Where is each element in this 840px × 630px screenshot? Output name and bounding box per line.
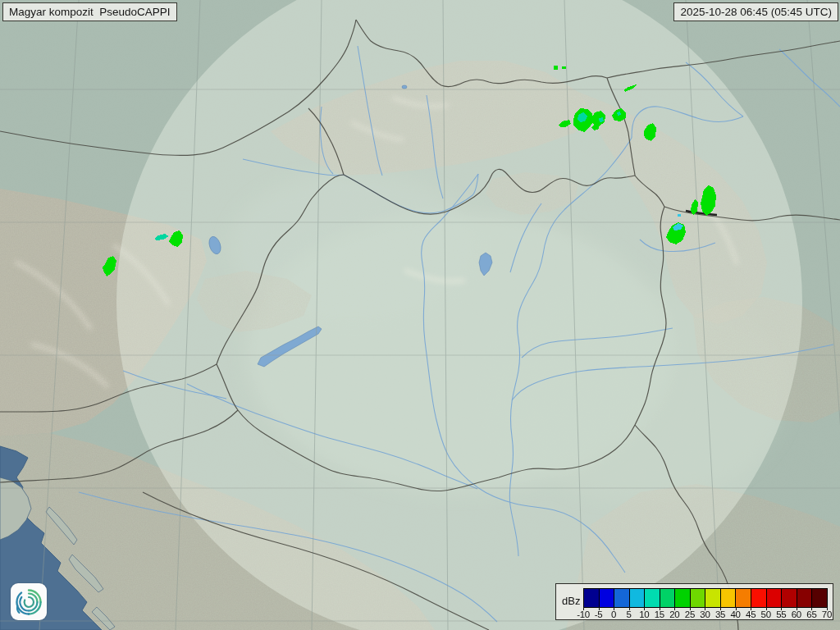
product-title: Magyar kompozit PseudoCAPPI — [2, 2, 177, 21]
dbz-tick-label: 20 — [669, 609, 679, 619]
dbz-tick-label: 65 — [806, 609, 816, 619]
radar-echo-teal — [599, 117, 604, 122]
dbz-tick-label: 30 — [700, 609, 710, 619]
dbz-swatch — [767, 589, 783, 607]
radar-echo-green — [554, 66, 558, 70]
dbz-tick-label: 5 — [627, 609, 632, 619]
hungaromet-logo — [11, 583, 47, 620]
dbz-swatch — [614, 589, 630, 607]
dbz-swatch — [645, 589, 660, 607]
dbz-swatch — [751, 589, 767, 607]
dbz-swatch — [797, 589, 813, 607]
dbz-tick-label: 25 — [685, 609, 695, 619]
dbz-swatch — [675, 589, 691, 607]
dbz-color-scale — [583, 588, 828, 608]
timestamp: 2025-10-28 06:45 (05:45 UTC) — [673, 2, 838, 21]
dbz-tick-label: -5 — [595, 609, 603, 619]
dbz-tick-label: 10 — [639, 609, 649, 619]
dbz-tick-label: 50 — [761, 609, 771, 619]
dbz-swatch — [812, 589, 827, 607]
dbz-swatch — [660, 589, 676, 607]
map-canvas — [0, 0, 840, 630]
radar-echo-cyan — [678, 214, 681, 217]
dbz-swatch — [600, 589, 615, 607]
dbz-tick-label: 45 — [746, 609, 756, 619]
dbz-swatch — [782, 589, 797, 607]
dbz-tick-label: 70 — [822, 609, 832, 619]
radar-echo-green — [562, 66, 566, 69]
radar-product-page: Magyar kompozit PseudoCAPPI 2025-10-28 0… — [0, 0, 840, 630]
radar-coverage-circle — [116, 0, 802, 630]
dbz-swatch — [705, 589, 721, 607]
dbz-tick-label: 40 — [730, 609, 740, 619]
dbz-swatch — [736, 589, 751, 607]
dbz-tick-label: 35 — [715, 609, 725, 619]
dbz-tick-label: 0 — [611, 609, 616, 619]
dbz-swatch — [721, 589, 737, 607]
dbz-swatch — [584, 589, 600, 607]
dbz-tick-label: 60 — [792, 609, 801, 619]
spiral-swirl-logo-icon — [14, 587, 43, 617]
dbz-swatch — [691, 589, 706, 607]
dbz-legend: dBz -10-50510152025303540455055606570 — [555, 583, 833, 620]
dbz-tick-label: 15 — [655, 609, 664, 619]
dbz-swatch — [630, 589, 646, 607]
dbz-unit-label: dBz — [562, 595, 580, 607]
dbz-tick-label: -10 — [577, 609, 590, 619]
dbz-tick-label: 55 — [776, 609, 786, 619]
